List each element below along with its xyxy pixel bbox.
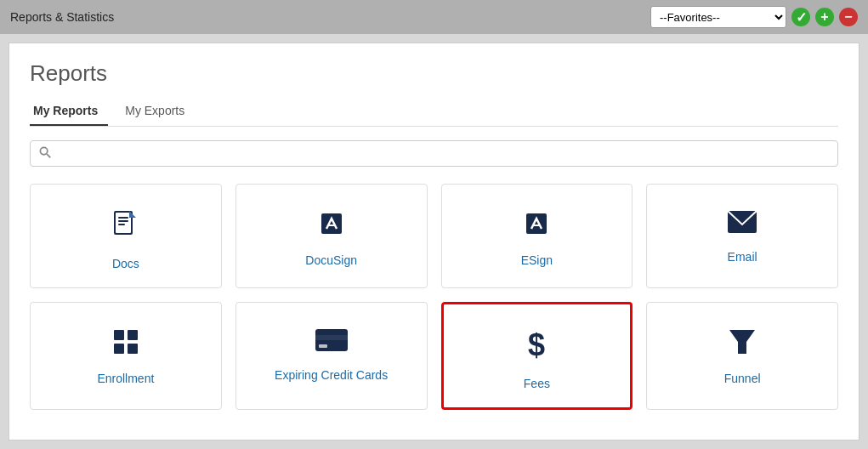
search-input[interactable] [58,147,829,161]
card-email[interactable]: Email [646,184,838,288]
confirm-button[interactable]: ✓ [791,8,810,26]
card-docs[interactable]: Docs [30,184,222,288]
card-esign[interactable]: ESign [441,184,633,288]
credit-card-icon [315,328,349,358]
funnel-icon [728,328,757,361]
svg-rect-3 [116,213,131,233]
svg-rect-5 [118,220,128,222]
docusign-label: DocuSign [305,253,357,267]
enrollment-icon [112,328,139,361]
tab-my-reports[interactable]: My Reports [30,99,108,126]
svg-rect-14 [114,330,124,340]
fees-label: Fees [524,377,550,390]
funnel-label: Funnel [724,372,761,385]
card-funnel[interactable]: Funnel [646,302,838,410]
svg-marker-7 [129,211,136,218]
fees-icon: $ [525,330,548,367]
svg-point-0 [40,147,47,154]
email-label: Email [728,250,757,264]
esign-icon [523,210,550,243]
svg-marker-22 [729,330,755,354]
card-enrollment[interactable]: Enrollment [30,302,222,410]
tabs-bar: My Reports My Exports [30,99,838,127]
top-bar: Reports & Statistics --Favorites-- ✓ + − [0,0,868,34]
svg-rect-19 [315,335,348,340]
svg-text:$: $ [528,330,545,361]
svg-rect-6 [118,224,125,225]
email-icon [727,210,757,240]
docusign-icon [318,210,345,243]
search-bar [30,140,838,167]
app-title: Reports & Statistics [10,10,114,24]
svg-line-1 [47,154,50,157]
add-button[interactable]: + [815,8,834,26]
esign-label: ESign [521,253,553,267]
close-button[interactable]: − [839,8,858,26]
page-title: Reports [30,60,838,87]
card-expiring-credit-cards[interactable]: Expiring Credit Cards [235,302,428,410]
tab-my-exports[interactable]: My Exports [122,99,195,126]
svg-rect-17 [128,344,138,354]
docs-label: Docs [112,257,139,270]
svg-rect-20 [319,344,327,348]
docs-icon [112,210,139,247]
svg-rect-15 [128,330,138,340]
top-bar-controls: --Favorites-- ✓ + − [650,6,858,28]
cards-grid: Docs DocuSign [30,184,838,410]
card-fees[interactable]: $ Fees [441,302,633,410]
enrollment-label: Enrollment [97,372,154,385]
favorites-select[interactable]: --Favorites-- [650,6,786,28]
svg-rect-4 [118,217,128,219]
search-icon [39,146,51,161]
expiring-credit-cards-label: Expiring Credit Cards [275,368,388,382]
svg-rect-16 [114,344,124,354]
card-docusign[interactable]: DocuSign [235,184,428,288]
main-area: Reports My Reports My Exports [0,34,868,449]
content-panel: Reports My Reports My Exports [9,43,859,440]
